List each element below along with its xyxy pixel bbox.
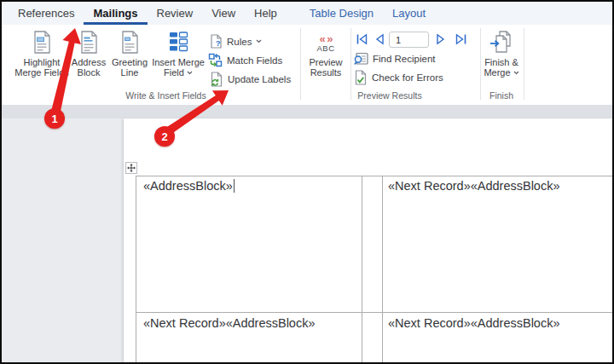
label-cell-r1c1[interactable]: «AddressBlock» [143, 179, 235, 193]
match-fields-icon [208, 53, 223, 67]
ribbon-tab-bar: References Mailings Review View Help Tab… [2, 2, 612, 25]
check-for-errors-icon [354, 70, 368, 85]
table-move-handle[interactable] [125, 162, 137, 174]
button-label: Address [72, 57, 106, 67]
button-label: Greeting [112, 57, 148, 67]
greeting-line-icon [119, 30, 140, 57]
table-border-top [136, 176, 612, 176]
group-label-preview-results: Preview Results [343, 90, 437, 101]
button-label: Results [310, 67, 342, 78]
button-label: Line [121, 67, 139, 78]
label-cell-r2c2[interactable]: «Next Record»«AddressBlock» [388, 316, 560, 330]
preview-results-button[interactable]: « » ABC Preview Results [304, 30, 348, 78]
finish-and-merge-icon [489, 30, 513, 57]
button-label: Match Fields [227, 55, 282, 66]
table-border-left [136, 176, 136, 362]
tab-review[interactable]: Review [148, 2, 203, 25]
group-label-finish: Finish [476, 90, 527, 101]
word-window: References Mailings Review View Help Tab… [0, 0, 614, 364]
ribbon-mailings: Highlight Merge Fields Address Block Gre… [2, 25, 612, 105]
tab-help[interactable]: Help [245, 2, 287, 25]
callout-2-badge: 2 [154, 126, 175, 147]
button-label: Field [164, 67, 184, 78]
address-block-button[interactable]: Address Block [67, 30, 111, 78]
button-label: Block [78, 67, 101, 78]
rules-icon: ? [210, 34, 223, 49]
tab-references[interactable]: References [9, 2, 84, 25]
match-fields-button[interactable]: Match Fields [208, 53, 282, 67]
update-labels-icon [210, 72, 223, 87]
go-to-record-input[interactable]: 1 [389, 32, 429, 48]
greeting-line-button[interactable]: Greeting Line [107, 30, 152, 78]
insert-merge-field-button[interactable]: Insert Merge Field [152, 30, 205, 78]
last-record-button[interactable] [454, 32, 468, 46]
find-recipient-button[interactable]: Find Recipient [353, 52, 436, 66]
finish-and-merge-button[interactable]: Finish & Merge [479, 30, 524, 78]
group-separator [300, 28, 301, 100]
group-separator [524, 28, 524, 100]
button-label: Highlight [24, 57, 61, 67]
chevron-down-icon [187, 71, 193, 75]
document-canvas: «AddressBlock» «Next Record»«AddressBloc… [2, 105, 612, 362]
text-cursor [234, 179, 235, 193]
chevron-down-icon [513, 71, 519, 75]
highlight-merge-fields-button[interactable]: Highlight Merge Fields [17, 30, 67, 78]
label-cell-r1c2[interactable]: «Next Record»«AddressBlock» [388, 179, 560, 193]
callout-1-badge: 1 [44, 108, 65, 129]
update-labels-button[interactable]: Update Labels [210, 72, 291, 87]
first-record-button[interactable] [355, 32, 369, 46]
find-recipient-icon [353, 52, 368, 66]
group-label-write-insert-fields: Write & Insert Fields [104, 90, 228, 101]
insert-merge-field-icon [167, 30, 189, 57]
table-row-divider [136, 312, 612, 313]
button-label: Finish & [484, 57, 518, 67]
tab-layout[interactable]: Layout [383, 2, 435, 25]
preview-results-icon: « » ABC [316, 30, 334, 57]
highlight-merge-fields-icon [32, 30, 52, 57]
label-cell-r2c1[interactable]: «Next Record»«AddressBlock» [143, 316, 316, 330]
move-icon [127, 164, 136, 172]
button-label: Rules [227, 37, 252, 47]
button-label: Insert Merge [152, 57, 205, 67]
table-spacer-divider [382, 176, 383, 362]
address-block-icon [78, 30, 99, 57]
previous-record-button[interactable] [374, 32, 385, 46]
button-label: Check for Errors [372, 72, 443, 83]
rules-button[interactable]: ? Rules [210, 34, 262, 49]
button-label: Merge [484, 67, 510, 78]
svg-text:?: ? [216, 39, 221, 48]
button-label: Preview [309, 57, 342, 67]
button-label: Merge Fields [14, 67, 69, 78]
document-page[interactable]: «AddressBlock» «Next Record»«AddressBloc… [124, 118, 612, 362]
tab-view[interactable]: View [202, 2, 245, 25]
next-record-button[interactable] [435, 32, 447, 46]
tab-table-design[interactable]: Table Design [300, 2, 383, 25]
chevron-down-icon [256, 39, 262, 43]
ribbon-shadow-band [2, 105, 612, 118]
check-for-errors-button[interactable]: Check for Errors [354, 70, 443, 85]
button-label: Update Labels [228, 74, 291, 84]
button-label: Find Recipient [373, 54, 436, 64]
group-separator [350, 28, 351, 100]
tab-mailings[interactable]: Mailings [84, 2, 147, 25]
table-column-divider [362, 176, 362, 362]
